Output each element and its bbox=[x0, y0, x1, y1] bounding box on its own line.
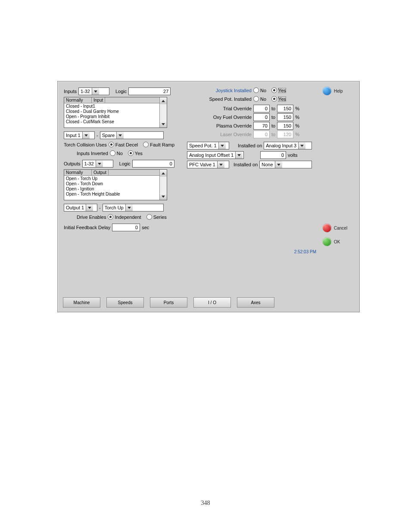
pfc-installed-on-select[interactable]: None bbox=[259, 161, 312, 168]
speedpot-installed-on-select[interactable]: Analog Input 3 bbox=[264, 142, 312, 149]
joystick-label: Joystick Installed bbox=[204, 88, 252, 93]
list-item[interactable]: Closed - Input1 bbox=[64, 104, 167, 109]
list-item[interactable]: Open - Program Inhibit bbox=[64, 114, 167, 119]
speedpot-assign-row: Speed Pot. 1 Installed on Analog Input 3 bbox=[187, 142, 312, 149]
torch-collision-label: Torch Collision Uses bbox=[64, 142, 107, 147]
scrollbar[interactable] bbox=[159, 97, 167, 128]
inputs-list-header: Normally Input bbox=[64, 97, 167, 103]
drive-enables-series[interactable]: Series bbox=[146, 214, 167, 220]
list-item[interactable]: Open - Torch Up bbox=[64, 176, 167, 181]
clock: 2:52:03 PM bbox=[294, 249, 316, 254]
laser-override-lo: 0 bbox=[253, 131, 270, 138]
ok-button[interactable]: OK bbox=[323, 237, 355, 246]
drive-enables-label: Drive Enables bbox=[77, 215, 106, 220]
list-item[interactable]: Closed - Cut/Mark Sense bbox=[64, 119, 167, 124]
speedpot-no[interactable]: No bbox=[253, 96, 266, 102]
speedpot-label: Speed Pot. Installed bbox=[204, 96, 252, 102]
outputs-logic-label: Logic bbox=[119, 161, 131, 166]
tab-ports[interactable]: Ports bbox=[150, 297, 187, 308]
chevron-down-icon bbox=[217, 161, 224, 168]
speedpot-select[interactable]: Speed Pot. 1 bbox=[187, 142, 229, 149]
torch-collision-fast-decel[interactable]: Fast Decel bbox=[109, 142, 138, 147]
chevron-down-icon bbox=[125, 204, 133, 211]
chevron-down-icon bbox=[96, 160, 103, 167]
chevron-down-icon bbox=[82, 132, 90, 139]
speedpot-yes[interactable]: Yes bbox=[271, 96, 286, 102]
inputs-inverted-label: Inputs Inverted bbox=[77, 151, 108, 156]
chevron-down-icon bbox=[235, 152, 243, 159]
chevron-down-icon bbox=[116, 132, 124, 139]
ok-icon bbox=[323, 237, 331, 246]
help-icon bbox=[323, 87, 331, 95]
scroll-down-icon[interactable] bbox=[160, 193, 167, 200]
trial-override-row: Trial Override 0 to 150 % bbox=[204, 105, 299, 112]
inputs-list-rows: Closed - Input1 Closed - Dual Gantry Hom… bbox=[64, 103, 167, 125]
tab-io[interactable]: I / O bbox=[193, 297, 231, 308]
analog-offset-value[interactable]: 0 bbox=[260, 151, 286, 159]
list-item[interactable]: Closed - Dual Gantry Home bbox=[64, 109, 167, 114]
bottom-tabs: Machine Speeds Ports I / O Axes bbox=[63, 297, 274, 308]
trial-override-lo[interactable]: 0 bbox=[253, 105, 270, 112]
joystick-yes[interactable]: Yes bbox=[271, 87, 286, 93]
inputs-logic-value[interactable]: 27 bbox=[128, 87, 171, 95]
speedpot-row: Speed Pot. Installed No Yes bbox=[204, 96, 290, 102]
tab-speeds[interactable]: Speeds bbox=[106, 297, 144, 308]
help-button[interactable]: Help bbox=[323, 87, 355, 95]
chevron-down-icon bbox=[298, 142, 305, 149]
drive-enables-row: Drive Enables Independent Series bbox=[77, 214, 170, 220]
outputs-range-select[interactable]: 1-32 bbox=[82, 160, 113, 168]
scroll-down-icon[interactable] bbox=[160, 121, 167, 128]
inputs-logic-label: Logic bbox=[115, 89, 127, 94]
input-function-select[interactable]: Spare bbox=[100, 131, 164, 139]
list-item[interactable]: Open - Ignition bbox=[64, 187, 167, 192]
output-index-select[interactable]: Output 1 bbox=[64, 204, 97, 212]
inputs-row: Inputs 1-32 Logic 27 bbox=[64, 87, 171, 95]
plasma-override-lo[interactable]: 70 bbox=[253, 122, 270, 130]
outputs-list-rows: Open - Torch Up Open - Torch Down Open -… bbox=[64, 176, 167, 197]
laser-override-hi: 120 bbox=[277, 131, 293, 138]
plasma-override-row: Plasma Override 70 to 150 % bbox=[204, 122, 299, 130]
outputs-listbox[interactable]: Normally Output Open - Torch Up Open - T… bbox=[64, 169, 167, 200]
oxy-override-lo[interactable]: 0 bbox=[253, 113, 270, 121]
inputs-inverted-row: Inputs Inverted No Yes bbox=[77, 150, 146, 156]
output-assign-row: Output 1 - Torch Up bbox=[64, 204, 164, 212]
outputs-logic-value[interactable]: 0 bbox=[132, 160, 174, 168]
inputs-inverted-yes[interactable]: Yes bbox=[128, 150, 143, 156]
torch-collision-row: Torch Collision Uses Fast Decel Fault Ra… bbox=[64, 142, 178, 147]
list-item[interactable]: Open - Torch Height Disable bbox=[64, 192, 167, 197]
io-settings-panel: Inputs 1-32 Logic 27 Normally Input Clos… bbox=[57, 81, 360, 312]
cancel-button[interactable]: Cancel bbox=[323, 224, 355, 232]
outputs-row: Outputs 1-32 Logic 0 bbox=[64, 160, 174, 168]
outputs-list-header: Normally Output bbox=[64, 170, 167, 176]
joystick-no[interactable]: No bbox=[253, 87, 266, 93]
output-function-select[interactable]: Torch Up bbox=[103, 204, 164, 212]
feedback-delay-unit: sec bbox=[142, 225, 149, 230]
scroll-up-icon[interactable] bbox=[160, 97, 167, 104]
input-assign-row: Input 1 - Spare bbox=[64, 131, 164, 139]
inputs-inverted-no[interactable]: No bbox=[110, 150, 123, 156]
chevron-down-icon bbox=[275, 161, 282, 168]
torch-collision-fault-ramp[interactable]: Fault Ramp bbox=[143, 142, 174, 147]
plasma-override-hi[interactable]: 150 bbox=[277, 122, 293, 130]
inputs-listbox[interactable]: Normally Input Closed - Input1 Closed - … bbox=[64, 97, 167, 128]
chevron-down-icon bbox=[86, 204, 93, 211]
drive-enables-independent[interactable]: Independent bbox=[108, 214, 141, 220]
tab-axes[interactable]: Axes bbox=[237, 297, 274, 308]
oxy-override-hi[interactable]: 150 bbox=[277, 113, 293, 121]
tab-machine[interactable]: Machine bbox=[63, 297, 100, 308]
trial-override-hi[interactable]: 150 bbox=[277, 105, 293, 112]
pfc-valve-select[interactable]: PFC Valve 1 bbox=[187, 161, 229, 168]
feedback-delay-value[interactable]: 0 bbox=[112, 224, 140, 231]
cancel-icon bbox=[323, 224, 331, 232]
feedback-delay-label: Initial Feedback Delay bbox=[64, 225, 110, 230]
input-index-select[interactable]: Input 1 bbox=[64, 131, 95, 139]
scroll-up-icon[interactable] bbox=[160, 170, 167, 177]
inputs-range-select[interactable]: 1-32 bbox=[78, 87, 109, 95]
list-item[interactable]: Open - Torch Down bbox=[64, 181, 167, 187]
laser-override-row: Laser Override 0 to 120 % bbox=[204, 131, 299, 138]
pfc-valve-row: PFC Valve 1 Installed on None bbox=[187, 161, 312, 168]
scrollbar[interactable] bbox=[159, 170, 167, 200]
analog-offset-row: Analog Input Offset 1 0 volts bbox=[187, 151, 298, 159]
page-number: 348 bbox=[0, 500, 411, 507]
analog-offset-select[interactable]: Analog Input Offset 1 bbox=[187, 151, 244, 159]
